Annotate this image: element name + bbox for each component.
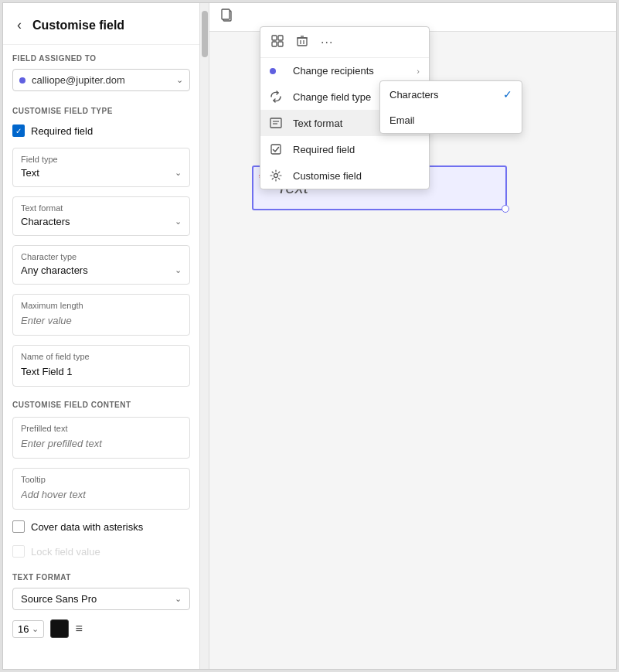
main-area: ··· Change recipients ›	[209, 3, 616, 669]
character-type-label: Character type	[21, 252, 182, 261]
lock-field-checkbox[interactable]	[12, 545, 25, 558]
customise-field-icon	[270, 169, 287, 182]
text-align-icon[interactable]: ≡	[75, 622, 82, 636]
lock-field-label: Lock field value	[31, 546, 100, 558]
change-recipients-icon	[270, 68, 287, 74]
text-format-submenu: Characters ✓ Email	[379, 80, 522, 134]
max-length-input[interactable]	[21, 315, 182, 326]
field-type-group: Field type Text ⌄	[12, 148, 190, 187]
field-type-value: Text	[21, 167, 39, 179]
required-field-row[interactable]: Required field	[3, 118, 199, 143]
font-family-select[interactable]: Source Sans Pro ⌄	[12, 588, 190, 610]
max-length-group: Maximum length	[12, 294, 190, 336]
required-field-menu-label: Required field	[293, 144, 420, 155]
required-field-menu-icon	[270, 143, 287, 155]
text-format-value: Characters	[21, 216, 70, 227]
menu-top-bar: ···	[260, 27, 429, 58]
character-type-value: Any characters	[21, 264, 88, 276]
characters-label: Characters	[389, 89, 439, 101]
required-field-label: Required field	[31, 125, 93, 137]
text-format-menu-icon	[270, 117, 287, 129]
font-size-chevron-icon: ⌄	[32, 624, 39, 634]
cover-data-checkbox[interactable]	[12, 520, 25, 533]
character-type-chevron-icon: ⌄	[175, 265, 182, 275]
change-field-type-icon	[270, 90, 287, 103]
change-recipients-label: Change recipients	[293, 65, 417, 77]
field-assigned-section-label: FIELD ASSIGNED TO	[3, 45, 199, 66]
svg-rect-4	[272, 42, 277, 46]
prefilled-input[interactable]	[21, 438, 182, 449]
svg-rect-3	[278, 36, 283, 40]
max-length-label: Maximum length	[21, 301, 182, 310]
field-name-input[interactable]	[21, 366, 182, 377]
text-format-chevron-icon: ⌄	[175, 217, 182, 227]
required-field-menu-item[interactable]: Required field	[260, 136, 429, 162]
copy-doc-button[interactable]	[216, 6, 237, 28]
svg-rect-11	[270, 118, 281, 128]
character-type-select[interactable]: Any characters ⌄	[21, 264, 182, 276]
sidebar-title: Customise field	[32, 19, 124, 32]
field-name-label: Name of field type	[21, 352, 182, 361]
customise-field-label: Customise field	[293, 170, 420, 182]
color-picker-button[interactable]	[50, 619, 69, 638]
back-button[interactable]: ‹	[12, 15, 26, 35]
text-format-label: Text format	[21, 203, 182, 213]
tooltip-input[interactable]	[21, 489, 182, 500]
field-type-select[interactable]: Text ⌄	[21, 167, 182, 179]
svg-rect-6	[298, 38, 307, 46]
prefilled-label: Prefilled text	[21, 424, 182, 433]
field-name-group: Name of field type	[12, 345, 190, 387]
font-size-select[interactable]: 16 ⌄	[12, 620, 44, 638]
menu-grid-icon-button[interactable]	[268, 33, 287, 51]
cover-data-label: Cover data with asterisks	[31, 521, 143, 533]
sidebar: ‹ Customise field FIELD ASSIGNED TO call…	[3, 3, 200, 669]
chevron-down-icon: ⌄	[176, 75, 183, 85]
font-size-value: 16	[18, 623, 29, 635]
character-type-group: Character type Any characters ⌄	[12, 245, 190, 285]
scroll-thumb[interactable]	[202, 11, 208, 57]
customise-field-type-label: CUSTOMISE FIELD TYPE	[3, 97, 199, 118]
required-checkbox[interactable]	[12, 125, 25, 137]
resize-handle[interactable]	[502, 205, 509, 213]
svg-rect-14	[271, 145, 281, 154]
svg-point-15	[274, 174, 278, 178]
menu-more-button[interactable]: ···	[318, 34, 336, 51]
tooltip-label: Tooltip	[21, 475, 182, 484]
field-type-label: Field type	[21, 155, 182, 164]
font-family-chevron-icon: ⌄	[175, 594, 182, 604]
lock-field-row[interactable]: Lock field value	[3, 539, 199, 564]
text-format-group: Text format Characters ⌄	[12, 196, 190, 236]
svg-rect-2	[272, 36, 277, 40]
text-format-controls: 16 ⌄ ≡	[3, 613, 199, 644]
email-label: Email	[389, 114, 415, 126]
text-format-bottom-label: TEXT FORMAT	[3, 564, 199, 585]
svg-rect-5	[278, 42, 283, 46]
scrollbar[interactable]	[200, 3, 209, 669]
email-submenu-item[interactable]: Email	[380, 107, 522, 133]
sidebar-header: ‹ Customise field	[3, 3, 199, 45]
user-dot-icon	[19, 77, 26, 84]
customise-content-label: CUSTOMISE FIELD CONTENT	[3, 391, 199, 412]
customise-field-item[interactable]: Customise field	[260, 162, 429, 189]
text-format-select[interactable]: Characters ⌄	[21, 216, 182, 227]
tooltip-group: Tooltip	[12, 468, 190, 510]
assigned-email: calliope@jupiter.dom	[32, 74, 176, 86]
menu-delete-icon-button[interactable]	[293, 33, 311, 51]
characters-submenu-item[interactable]: Characters ✓	[380, 81, 522, 107]
cover-data-row[interactable]: Cover data with asterisks	[3, 514, 199, 539]
prefilled-group: Prefilled text	[12, 417, 190, 459]
field-type-chevron-icon: ⌄	[175, 168, 182, 178]
characters-check-icon: ✓	[503, 88, 512, 101]
change-recipients-arrow-icon: ›	[417, 67, 420, 76]
assigned-to-dropdown[interactable]: calliope@jupiter.dom ⌄	[12, 69, 190, 91]
font-family-value: Source Sans Pro	[21, 593, 97, 605]
svg-rect-1	[222, 9, 230, 19]
